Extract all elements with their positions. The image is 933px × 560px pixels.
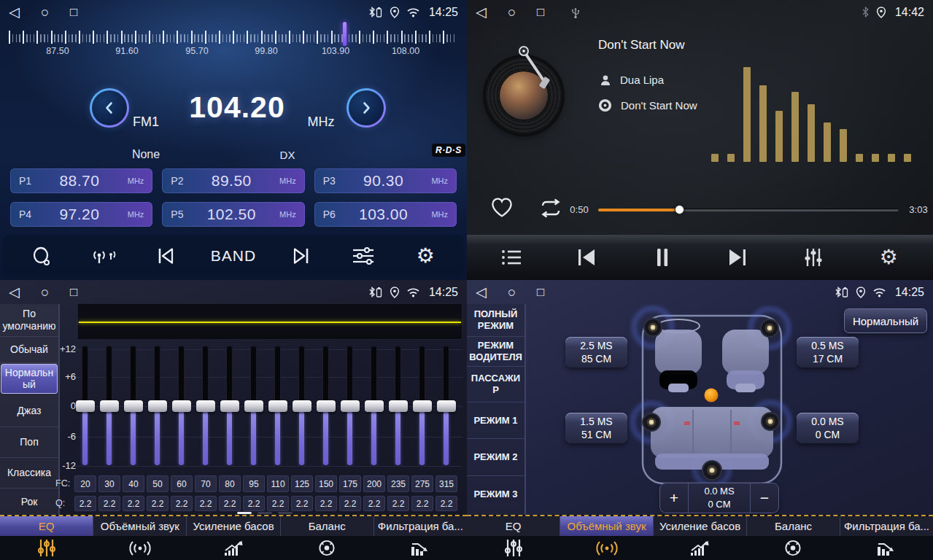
eq-q-value[interactable]: 2.2 bbox=[171, 496, 193, 511]
sound-profile-button[interactable]: Нормальный bbox=[845, 309, 926, 332]
eq-q-value[interactable]: 2.2 bbox=[387, 496, 409, 511]
balance-tab-icon[interactable] bbox=[280, 539, 373, 557]
eq-q-value[interactable]: 2.2 bbox=[315, 496, 337, 511]
eq-band-slider[interactable] bbox=[147, 344, 169, 470]
surround-tab-icon[interactable] bbox=[93, 540, 187, 557]
eq-q-value[interactable]: 2.2 bbox=[411, 496, 433, 511]
eq-band-slider[interactable] bbox=[171, 344, 193, 470]
front-left-delay-button[interactable]: 2.5 MS 85 CM bbox=[565, 337, 627, 368]
tab-bass-boost[interactable]: Усиление басов bbox=[653, 516, 746, 536]
mode-3[interactable]: РЕЖИМ 3 bbox=[467, 476, 524, 512]
seek-previous-button[interactable] bbox=[149, 239, 182, 273]
eq-fc-value[interactable]: 70 bbox=[195, 475, 217, 492]
eq-fc-value[interactable]: 20 bbox=[74, 475, 96, 492]
eq-fc-value[interactable]: 110 bbox=[267, 475, 289, 492]
tab-eq[interactable]: EQ bbox=[0, 516, 93, 536]
mode-2[interactable]: РЕЖИМ 2 bbox=[467, 439, 524, 476]
mode-1[interactable]: РЕЖИМ 1 bbox=[467, 402, 524, 439]
eq-fc-value[interactable]: 150 bbox=[315, 475, 337, 492]
balance-tab-icon[interactable] bbox=[746, 539, 840, 557]
eq-band-slider[interactable] bbox=[98, 344, 120, 470]
eq-band-slider[interactable] bbox=[123, 344, 144, 470]
eq-band-slider[interactable] bbox=[243, 344, 265, 470]
settings-gear-icon[interactable]: ⚙ bbox=[870, 241, 907, 274]
eq-fc-value[interactable]: 50 bbox=[147, 475, 169, 492]
next-track-button[interactable] bbox=[719, 241, 756, 274]
eq-q-value[interactable]: 2.2 bbox=[219, 496, 241, 511]
tab-filter[interactable]: Фильтрация ба... bbox=[840, 516, 933, 536]
eq-band-slider[interactable] bbox=[339, 344, 361, 470]
slider-knob[interactable] bbox=[244, 400, 263, 412]
previous-track-button[interactable] bbox=[568, 241, 605, 274]
eq-fc-value[interactable]: 40 bbox=[123, 475, 144, 492]
mode-passenger[interactable]: ПАССАЖИР bbox=[467, 367, 524, 402]
pause-button[interactable] bbox=[644, 241, 681, 274]
slider-knob[interactable] bbox=[172, 400, 191, 412]
slider-knob[interactable] bbox=[196, 400, 215, 412]
filter-tab-icon[interactable] bbox=[840, 540, 933, 557]
eq-band-slider[interactable] bbox=[267, 344, 289, 470]
eq-fc-value[interactable]: 95 bbox=[243, 475, 265, 492]
eq-band-slider[interactable] bbox=[291, 344, 313, 470]
eq-fc-value[interactable]: 60 bbox=[171, 475, 193, 492]
slider-knob[interactable] bbox=[293, 400, 311, 412]
slider-knob[interactable] bbox=[148, 400, 167, 412]
nav-back-icon[interactable]: ◁ bbox=[9, 0, 20, 24]
favorite-button[interactable] bbox=[490, 197, 514, 221]
nav-back-icon[interactable]: ◁ bbox=[9, 280, 20, 304]
repeat-button[interactable] bbox=[538, 198, 564, 221]
slider-knob[interactable] bbox=[437, 400, 456, 412]
tab-surround[interactable]: Объёмный звук bbox=[93, 516, 186, 536]
surround-tab-icon[interactable] bbox=[560, 540, 654, 557]
delay-increase-button[interactable]: + bbox=[660, 483, 689, 513]
preset-button-p2[interactable]: P289.50MHz bbox=[162, 168, 304, 193]
rear-left-delay-button[interactable]: 1.5 MS 51 CM bbox=[565, 413, 627, 443]
radio-eq-settings-button[interactable] bbox=[347, 239, 380, 273]
nav-recents-icon[interactable]: □ bbox=[537, 280, 544, 304]
eq-q-value[interactable]: 2.2 bbox=[123, 496, 144, 511]
eq-q-value[interactable]: 2.2 bbox=[339, 496, 361, 511]
eq-preset-default[interactable]: По умолчанию bbox=[0, 304, 58, 337]
eq-band-slider[interactable] bbox=[315, 344, 337, 470]
tab-surround[interactable]: Объёмный звук bbox=[560, 516, 653, 536]
filter-tab-icon[interactable] bbox=[373, 540, 467, 557]
tab-bass-boost[interactable]: Усиление басов bbox=[186, 516, 279, 536]
eq-band-slider[interactable] bbox=[363, 344, 385, 470]
nav-home-icon[interactable]: ○ bbox=[41, 280, 49, 304]
eq-q-value[interactable]: 2.2 bbox=[98, 496, 120, 511]
tune-down-button[interactable] bbox=[90, 88, 129, 128]
bass-boost-tab-icon[interactable] bbox=[187, 540, 280, 557]
progress-thumb[interactable] bbox=[675, 205, 684, 214]
nav-recents-icon[interactable]: □ bbox=[537, 0, 544, 24]
eq-band-slider[interactable] bbox=[195, 344, 217, 470]
tab-eq[interactable]: EQ bbox=[467, 516, 560, 536]
slider-knob[interactable] bbox=[124, 400, 143, 412]
audio-mixer-button[interactable] bbox=[795, 241, 832, 274]
tab-balance[interactable]: Баланс bbox=[280, 516, 373, 536]
eq-page-indicator[interactable] bbox=[237, 512, 293, 514]
preset-button-p5[interactable]: P5102.50MHz bbox=[162, 202, 304, 227]
eq-fc-value[interactable]: 235 bbox=[387, 475, 409, 492]
eq-fc-value[interactable]: 80 bbox=[219, 475, 241, 492]
eq-band-slider[interactable] bbox=[411, 344, 433, 470]
slider-knob[interactable] bbox=[341, 400, 360, 412]
preset-button-p4[interactable]: P497.20MHz bbox=[10, 202, 152, 227]
playlist-button[interactable] bbox=[493, 241, 530, 274]
bass-boost-tab-icon[interactable] bbox=[654, 540, 747, 557]
nav-home-icon[interactable]: ○ bbox=[41, 0, 49, 24]
tab-balance[interactable]: Баланс bbox=[746, 516, 840, 536]
scan-button[interactable] bbox=[25, 239, 58, 273]
slider-knob[interactable] bbox=[365, 400, 384, 412]
mode-full[interactable]: ПОЛНЫЙ РЕЖИМ bbox=[467, 304, 524, 337]
front-right-delay-button[interactable]: 0.5 MS 17 CM bbox=[797, 337, 859, 368]
preset-button-p6[interactable]: P6103.00MHz bbox=[314, 202, 457, 227]
slider-knob[interactable] bbox=[100, 400, 119, 412]
slider-knob[interactable] bbox=[389, 400, 408, 412]
nav-home-icon[interactable]: ○ bbox=[508, 280, 516, 304]
eq-fc-value[interactable]: 125 bbox=[291, 475, 313, 492]
nav-recents-icon[interactable]: □ bbox=[70, 280, 77, 304]
eq-q-value[interactable]: 2.2 bbox=[243, 496, 265, 511]
slider-knob[interactable] bbox=[317, 400, 336, 412]
band-button[interactable]: BAND bbox=[211, 239, 256, 273]
preset-button-p1[interactable]: P188.70MHz bbox=[10, 168, 152, 193]
